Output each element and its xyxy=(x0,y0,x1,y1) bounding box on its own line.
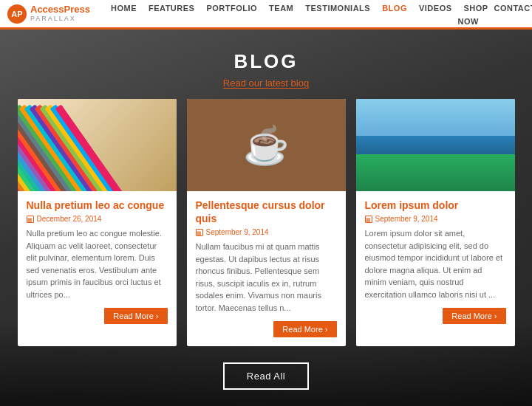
nav-item-home[interactable]: HOME xyxy=(105,1,143,27)
card-date-0: ▦ December 26, 2014 xyxy=(27,215,168,223)
navbar: AP AccessPress PARALLAX HOME FEATURES PO… xyxy=(0,0,532,30)
card-footer-0: Read More xyxy=(27,308,168,324)
card-body-2: Lorem ipsum dolor ▦ September 9, 2014 Lo… xyxy=(356,191,515,333)
card-text-2: Lorem ipsum dolor sit amet, consectetur … xyxy=(365,227,506,300)
card-title-1: Pellentesque cursus dolor quis xyxy=(196,199,337,225)
card-text-1: Nullam faucibus mi at quam mattis egesta… xyxy=(196,241,337,314)
card-date-1: ▦ September 9, 2014 xyxy=(196,228,337,236)
blog-subheading: Read our latest blog xyxy=(0,78,532,89)
blog-card-2: Lorem ipsum dolor ▦ September 9, 2014 Lo… xyxy=(356,99,515,346)
nav-item-testimonials[interactable]: TESTIMONIALS xyxy=(299,1,376,27)
nav-item-videos[interactable]: VIDEOS xyxy=(413,1,458,27)
mug-visual: ☕ xyxy=(243,124,289,167)
read-all-button[interactable]: Read All xyxy=(223,362,309,390)
card-body-0: Nulla pretium leo ac congue ▦ December 2… xyxy=(18,191,177,333)
nav-menu: HOME FEATURES PORTFOLIO TEAM TESTIMONIAL… xyxy=(105,1,532,27)
card-footer-1: Read More xyxy=(196,321,337,337)
read-more-button-0[interactable]: Read More xyxy=(104,308,167,324)
blog-card-1: ☕ Pellentesque cursus dolor quis ▦ Septe… xyxy=(187,99,346,346)
read-more-button-1[interactable]: Read More xyxy=(273,321,336,337)
card-footer-2: Read More xyxy=(365,308,506,324)
logo-icon: AP xyxy=(7,4,27,24)
calendar-icon-0: ▦ xyxy=(27,216,34,223)
card-image-mug: ☕ xyxy=(187,99,346,191)
nav-item-features[interactable]: FEATURES xyxy=(143,1,200,27)
blog-heading: BLOG xyxy=(0,50,532,73)
logo-text: AccessPress PARALLAX xyxy=(30,4,90,22)
nav-item-blog[interactable]: BLOG xyxy=(376,1,413,27)
calendar-icon-1: ▦ xyxy=(196,229,203,236)
card-image-ocean xyxy=(356,99,515,191)
blog-card-0: Nulla pretium leo ac congue ▦ December 2… xyxy=(18,99,177,346)
blog-cards: Nulla pretium leo ac congue ▦ December 2… xyxy=(0,99,532,346)
card-title-0: Nulla pretium leo ac congue xyxy=(27,199,168,212)
card-image-pencils xyxy=(18,99,177,191)
blog-section: BLOG Read our latest blog xyxy=(0,30,532,406)
nav-item-shopnow[interactable]: SHOP NOW xyxy=(458,1,488,27)
blog-header: BLOG Read our latest blog xyxy=(0,30,532,99)
card-body-1: Pellentesque cursus dolor quis ▦ Septemb… xyxy=(187,191,346,346)
card-title-2: Lorem ipsum dolor xyxy=(365,199,506,212)
logo[interactable]: AP AccessPress PARALLAX xyxy=(7,4,90,24)
content-wrap: BLOG Read our latest blog xyxy=(0,30,532,390)
read-all-container: Read All xyxy=(0,362,532,390)
nav-item-contact[interactable]: CONTACT xyxy=(488,1,532,27)
read-more-button-2[interactable]: Read More xyxy=(443,308,505,324)
card-text-0: Nulla pretium leo ac congue molestie. Al… xyxy=(27,227,168,300)
pencils-art xyxy=(18,99,177,191)
ocean-land xyxy=(356,154,515,191)
mug-emoji: ☕ xyxy=(243,124,289,167)
calendar-icon-2: ▦ xyxy=(365,216,372,223)
nav-item-portfolio[interactable]: PORTFOLIO xyxy=(200,1,263,27)
card-date-2: ▦ September 9, 2014 xyxy=(365,215,506,223)
nav-item-team[interactable]: TEAM xyxy=(263,1,299,27)
